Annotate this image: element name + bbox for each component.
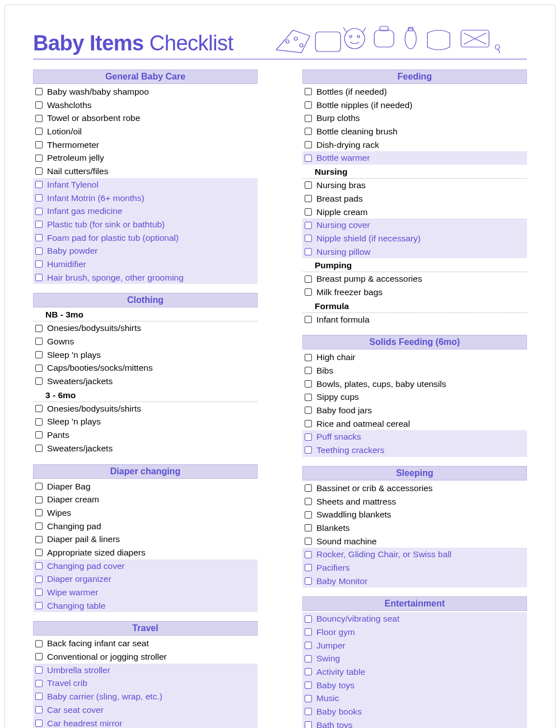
checkbox[interactable] — [305, 88, 312, 95]
checkbox[interactable] — [305, 235, 312, 242]
checklist-item-label: Umbrella stroller — [47, 664, 110, 676]
checkbox[interactable] — [305, 420, 312, 427]
checkbox[interactable] — [305, 484, 312, 492]
checkbox[interactable] — [35, 418, 43, 426]
checkbox[interactable] — [305, 380, 312, 388]
title-rest: Checklist — [144, 31, 234, 55]
checkbox[interactable] — [35, 377, 43, 385]
subheading: Nursing — [302, 166, 527, 179]
checkbox[interactable] — [305, 101, 312, 109]
checkbox[interactable] — [305, 511, 312, 519]
checkbox[interactable] — [305, 695, 312, 702]
checkbox[interactable] — [305, 655, 312, 662]
checkbox[interactable] — [35, 405, 43, 412]
checkbox[interactable] — [305, 394, 312, 401]
checkbox[interactable] — [35, 260, 43, 268]
checkbox[interactable] — [305, 721, 312, 728]
checkbox[interactable] — [35, 155, 43, 162]
checkbox[interactable] — [35, 706, 43, 713]
checkbox[interactable] — [305, 195, 312, 202]
checkbox[interactable] — [35, 522, 43, 530]
checklist-item: Nail cutters/files — [33, 165, 258, 178]
checkbox[interactable] — [35, 221, 43, 228]
checkbox[interactable] — [35, 602, 43, 609]
checkbox[interactable] — [305, 222, 312, 229]
checkbox[interactable] — [305, 615, 312, 623]
checkbox[interactable] — [35, 549, 43, 556]
checkbox[interactable] — [35, 576, 43, 583]
checklist-page: Baby Items Checklist Gener — [4, 4, 556, 728]
checkbox[interactable] — [35, 445, 43, 452]
checklist-item: Pants — [33, 428, 258, 442]
checkbox[interactable] — [35, 88, 43, 95]
checkbox[interactable] — [35, 101, 43, 109]
checkbox[interactable] — [305, 577, 312, 585]
checkbox[interactable] — [305, 208, 312, 216]
checklist-item: Plastic tub (for sink or bathtub) — [33, 218, 258, 231]
checkbox[interactable] — [35, 693, 43, 700]
checklist-item: Milk freezer bags — [302, 286, 527, 299]
checkbox[interactable] — [305, 551, 312, 558]
checklist-item: Wipes — [33, 506, 258, 520]
checkbox[interactable] — [35, 536, 43, 543]
checklist-item: Baby wash/baby shampoo — [33, 85, 258, 99]
checkbox[interactable] — [305, 668, 312, 675]
checkbox[interactable] — [35, 325, 43, 332]
checkbox[interactable] — [305, 288, 312, 296]
checkbox[interactable] — [35, 115, 43, 122]
checkbox[interactable] — [35, 496, 43, 503]
checklist-item: Towel or absorbent robe — [33, 111, 258, 125]
checkbox[interactable] — [305, 433, 312, 441]
checkbox[interactable] — [35, 483, 43, 490]
checkbox[interactable] — [35, 194, 43, 202]
checklist-item: Bouncy/vibrating seat — [302, 612, 527, 626]
checkbox[interactable] — [305, 524, 312, 531]
checkbox[interactable] — [35, 365, 43, 372]
checkbox[interactable] — [35, 351, 43, 358]
checkbox[interactable] — [305, 276, 312, 283]
checkbox[interactable] — [305, 642, 312, 649]
checkbox[interactable] — [35, 234, 43, 241]
checkbox[interactable] — [305, 446, 312, 454]
checkbox[interactable] — [305, 564, 312, 571]
checkbox[interactable] — [35, 167, 43, 175]
checkbox[interactable] — [35, 128, 43, 135]
checkbox[interactable] — [35, 181, 43, 188]
checklist-item-label: Blankets — [316, 522, 349, 534]
checkbox[interactable] — [305, 248, 312, 255]
checkbox[interactable] — [35, 589, 43, 596]
checkbox[interactable] — [305, 367, 312, 374]
checklist-item-label: Towel or absorbent robe — [47, 112, 140, 124]
checkbox[interactable] — [305, 407, 312, 414]
checkbox[interactable] — [305, 682, 312, 689]
checkbox[interactable] — [35, 653, 43, 660]
checkbox[interactable] — [305, 181, 312, 189]
checkbox[interactable] — [35, 720, 43, 727]
checkbox[interactable] — [35, 680, 43, 687]
checkbox[interactable] — [35, 431, 43, 438]
checkbox[interactable] — [305, 628, 312, 636]
checkbox[interactable] — [305, 354, 312, 361]
checkbox[interactable] — [35, 666, 43, 674]
checkbox[interactable] — [35, 640, 43, 647]
checkbox[interactable] — [35, 274, 43, 281]
section: General Baby CareBaby wash/baby shampooW… — [33, 69, 258, 284]
checkbox[interactable] — [305, 128, 312, 135]
checkbox[interactable] — [305, 316, 312, 323]
checkbox[interactable] — [305, 115, 312, 122]
checkbox[interactable] — [35, 248, 43, 255]
checkbox[interactable] — [305, 141, 312, 148]
checklist-item-label: Jumper — [316, 640, 346, 652]
checklist-item-label: Nipple cream — [316, 206, 367, 218]
checkbox[interactable] — [35, 509, 43, 516]
checklist-item-label: Pants — [47, 429, 69, 441]
checkbox[interactable] — [305, 155, 312, 162]
checkbox[interactable] — [35, 562, 43, 570]
checkbox[interactable] — [35, 208, 43, 215]
checklist-item: Baby toys — [302, 679, 527, 692]
checkbox[interactable] — [35, 338, 43, 345]
checkbox[interactable] — [35, 141, 43, 148]
checkbox[interactable] — [305, 498, 312, 505]
checkbox[interactable] — [305, 708, 312, 715]
checkbox[interactable] — [305, 538, 312, 545]
